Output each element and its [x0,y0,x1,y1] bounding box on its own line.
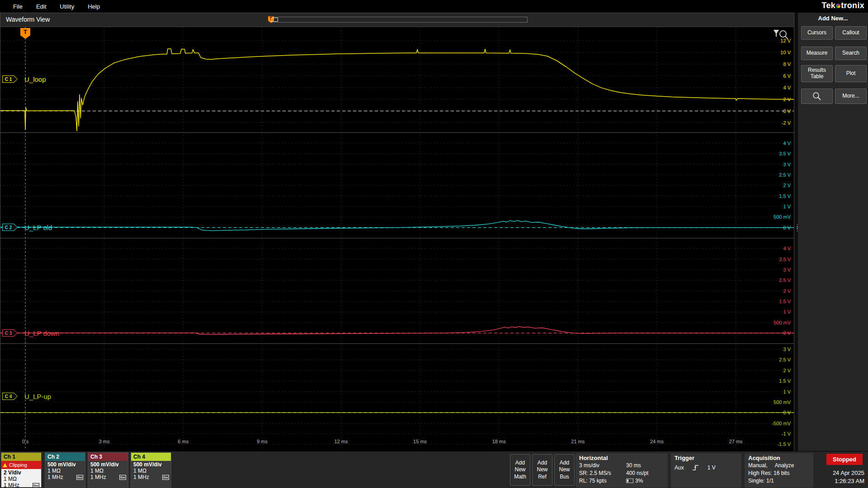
search-button[interactable]: Search [835,47,867,60]
scale-label: 1.5 V [779,378,791,384]
add-new-ref-button[interactable]: AddNewRef [532,454,552,486]
results-table-button[interactable]: Results Table [801,65,833,82]
channel2-label: U_LP old [24,224,52,231]
menu-item-help[interactable]: Help [81,3,107,10]
scale-label: -500 mV [772,420,791,427]
scale-label: 2.5 V [779,172,791,178]
channel1-tile-body: 2 V/div 1 MΩ 1 MHzBw [1,469,41,488]
menu-item-utility[interactable]: Utility [53,3,81,10]
acquisition-panel[interactable]: Acquisition Manual,Analyze High Res: 16 … [745,453,813,488]
channel1-tile-header: Ch 1 [1,453,41,461]
oscilloscope-app: File Edit Utility Help Tektronix Wavefor… [0,0,868,488]
scale-label: -1 V [782,431,791,437]
scale-label: 3.5 V [779,256,791,263]
cursors-button[interactable]: Cursors [801,26,833,40]
channel1-tile[interactable]: Ch 1 Clipping 2 V/div 1 MΩ 1 MHzBw [1,452,42,488]
add-new-bus-button[interactable]: AddNewBus [554,454,575,486]
plot-button[interactable]: Plot [835,65,867,82]
trigger-level: 1 V [708,465,716,471]
measure-button[interactable]: Measure [801,47,833,60]
waveform-plot-area[interactable]: T C 1 U_loop C 2 U_LP old C 3 U_LP down … [0,27,794,451]
callout-button[interactable]: Callout [835,26,867,40]
channel4-tile-header: Ch 4 [131,453,171,461]
time-axis-label: 3 ms [99,439,110,444]
more-button[interactable]: More... [835,89,867,104]
scale-label: 1.5 V [779,298,791,305]
tektronix-logo: Tektronix [822,1,864,10]
time-axis-label: 12 ms [334,439,348,444]
rising-edge-icon [692,465,699,471]
channel3-tile[interactable]: Ch 3 500 mV/div 1 MΩ 1 MHzBw [88,452,128,488]
scale-label: 12 V [780,38,791,44]
scale-label: 3.5 V [779,150,791,157]
menu-item-edit[interactable]: Edit [29,3,53,10]
scale-label: 2.5 V [779,357,791,363]
horizontal-panel[interactable]: Horizontal 3 ms/div30 ms SR: 2.5 MS/s400… [576,453,668,488]
waveform-view-title: Waveform View [6,13,50,26]
channel4-label: U_LP-up [24,393,51,400]
time-axis-label: 0 s [22,439,29,444]
channel4-badge[interactable]: C 4 [2,393,18,400]
panel-splitter[interactable]: ⋮⋮ [794,13,798,451]
channel2-handle[interactable]: C 2 U_LP old [2,224,52,231]
channel1-label: U_loop [24,75,46,83]
acquisition-panel-title: Acquisition [745,453,813,462]
scale-label: 2 V [783,96,791,103]
trigger-source: Aux [675,465,684,471]
channel2-tile-body: 500 mV/div 1 MΩ 1 MHzBw [45,461,85,487]
trigger-position-flag[interactable]: T [20,28,30,39]
time-axis-label: 24 ms [650,439,664,444]
scale-label: 4 V [783,245,791,252]
scale-label: 10 V [780,49,791,56]
trigger-panel-title: Trigger [671,453,741,462]
zoom-mode-button[interactable] [801,89,833,104]
scale-label: 3 V [783,267,791,273]
run-stop-status-button[interactable]: Stopped [826,454,863,465]
channel4-tile[interactable]: Ch 4 500 mV/div 1 MΩ 1 MHzBw [131,452,171,488]
channel3-badge[interactable]: C 3 [2,329,18,337]
channel2-badge[interactable]: C 2 [2,224,18,231]
horizontal-pan-scrollbar[interactable]: T [270,17,528,23]
add-new-header: Add New... [798,15,868,22]
channel4-tile-body: 500 mV/div 1 MΩ 1 MHzBw [131,461,171,487]
time-label: 1:26:23 AM [819,477,864,485]
time-axis-label: 18 ms [492,439,506,444]
add-new-math-button[interactable]: AddNewMath [510,454,530,486]
scale-label: 0 V [783,225,791,231]
magnifier-icon [812,92,822,101]
bandwidth-badge: Bw [33,483,39,488]
scale-label: 8 V [783,61,791,67]
splitter-grip-icon[interactable]: ⋮⋮ [794,225,798,230]
pinwheel-icon [836,4,840,8]
trigger-panel[interactable]: Trigger Aux 1 V [671,453,741,488]
bottom-status-bar: Ch 1 Clipping 2 V/div 1 MΩ 1 MHzBw Ch 2 … [0,451,868,488]
menu-item-file[interactable]: File [6,3,29,10]
time-axis-label: 27 ms [729,439,743,444]
scale-label: 3 V [783,346,791,352]
minimap-view-window[interactable] [271,18,278,22]
scale-label: 0 V [783,409,791,416]
bandwidth-badge: Bw [162,475,169,480]
time-axis-label: 21 ms [571,439,585,444]
warning-icon [3,463,7,467]
scale-label: 3 V [783,161,791,168]
scale-label: 500 mV [774,214,791,220]
clipping-warning: Clipping [1,461,41,469]
scale-label: 2 V [783,367,791,374]
horizontal-panel-title: Horizontal [576,453,668,462]
channel3-tile-header: Ch 3 [88,453,128,461]
scale-label: 0 V [783,330,791,336]
scale-label: -1.5 V [778,441,791,447]
scale-label: 4 V [783,84,791,91]
channel1-badge[interactable]: C 1 [2,75,18,83]
datetime-display: 24 Apr 2025 1:26:23 AM [819,469,866,485]
waveform-view-panel: Waveform View T T C 1 U_loop C 2 U_LP ol… [0,13,794,451]
scale-label: 2 V [783,288,791,294]
channel3-handle[interactable]: C 3 U_LP down [2,329,59,337]
channel2-tile-header: Ch 2 [45,453,85,461]
time-axis-label: 15 ms [413,439,427,444]
channel2-tile[interactable]: Ch 2 500 mV/div 1 MΩ 1 MHzBw [45,452,85,488]
channel1-handle[interactable]: C 1 U_loop [2,75,46,83]
scale-label: 4 V [783,140,791,146]
channel4-handle[interactable]: C 4 U_LP-up [2,393,51,400]
